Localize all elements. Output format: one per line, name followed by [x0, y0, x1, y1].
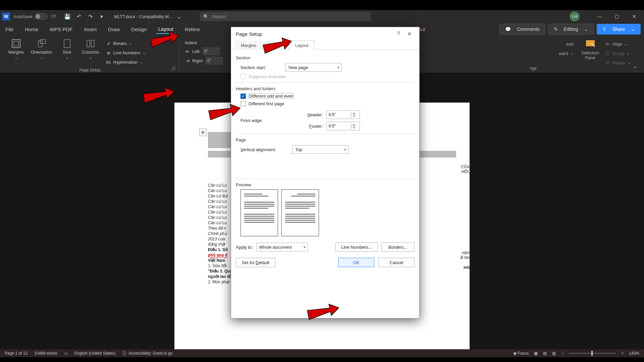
accessibility-icon: ⓘ	[122, 351, 126, 356]
tab-layout[interactable]: Layout	[156, 25, 175, 34]
header-label: Header:	[285, 112, 323, 117]
page-setup-launcher[interactable]: ↘	[170, 65, 175, 70]
editing-mode-button[interactable]: ✎ Editing ⌄	[548, 24, 594, 35]
document-title: MLTT.docx - Compatibility M...	[114, 14, 172, 19]
group-label: Group	[612, 51, 625, 56]
user-avatar[interactable]: LH	[570, 11, 580, 21]
chevron-down-icon: ⌄	[629, 25, 637, 33]
focus-mode[interactable]: ◉ Focus	[513, 351, 529, 356]
accessibility-status[interactable]: ⓘ Accessibility: Good to go	[122, 351, 173, 356]
tab-file[interactable]: File	[3, 25, 15, 34]
margins-button[interactable]: Margins⌄	[6, 38, 26, 66]
footer-input[interactable]	[327, 122, 351, 130]
tab-home[interactable]: Home	[23, 25, 40, 34]
zoom-in[interactable]: +	[621, 351, 624, 356]
dialog-tab-layout[interactable]: Layout	[289, 41, 315, 50]
different-odd-even-label: Different odd and even	[249, 93, 294, 99]
redo-icon[interactable]: ↷	[87, 13, 94, 20]
apply-to-label: Apply to:	[236, 245, 253, 250]
title-dropdown-icon[interactable]: ⌄	[175, 13, 182, 20]
selection-pane-icon	[584, 39, 596, 50]
share-button[interactable]: ⇪ Share ⌄	[597, 24, 641, 35]
chevron-down-icon: ⌄	[582, 25, 590, 33]
print-layout-icon[interactable]: ▤	[543, 351, 547, 356]
breaks-button[interactable]: ↲Breaks ⌄	[106, 39, 146, 48]
web-layout-icon[interactable]: ▥	[552, 351, 556, 356]
zoom-out[interactable]: −	[561, 351, 564, 356]
line-numbers-button[interactable]: Line Numbers...	[335, 242, 378, 252]
borders-button[interactable]: Borders...	[381, 242, 415, 252]
close-window-button[interactable]: ✕	[627, 10, 642, 22]
read-mode-icon[interactable]: ▦	[534, 351, 538, 356]
spin-up-icon[interactable]: ▲	[351, 123, 357, 126]
columns-button[interactable]: Columns⌄	[80, 38, 101, 66]
zoom-value[interactable]: 140%	[629, 351, 639, 356]
rotate-icon: ⟳	[605, 60, 610, 65]
svg-rect-6	[91, 40, 94, 47]
table-move-handle[interactable]: ✥	[199, 129, 207, 136]
header-input[interactable]	[327, 111, 351, 119]
bring-forward-partial[interactable]: end	[566, 40, 574, 48]
page-count[interactable]: Page 1 of 12	[5, 351, 28, 356]
undo-icon[interactable]: ↶	[75, 13, 83, 20]
indent-left-row: ⇤Left:	[185, 47, 222, 56]
spin-down-icon[interactable]: ▼	[351, 126, 357, 129]
checkbox-icon	[240, 74, 246, 79]
page-setup-dialog: Page Setup ? ✕ Margins P Layout Section …	[231, 27, 420, 318]
indent-left-input[interactable]	[203, 48, 219, 55]
size-label: Size	[63, 50, 71, 55]
align-button[interactable]: ⊫Align ⌄	[605, 40, 631, 48]
autosave-toggle[interactable]: AutoSave Off	[13, 13, 56, 19]
minimize-button[interactable]: —	[592, 10, 607, 22]
set-as-default-button[interactable]: Set As Default	[236, 258, 275, 267]
hyphenation-icon: bc	[106, 59, 111, 65]
tab-insert[interactable]: Insert	[82, 25, 99, 34]
word-count[interactable]: 10489 words	[34, 351, 57, 356]
tab-wps-pdf[interactable]: WPS PDF	[48, 25, 74, 34]
tab-references[interactable]: Refere	[183, 25, 202, 34]
spin-up-icon[interactable]: ▲	[351, 112, 357, 115]
hyphenation-button[interactable]: bcHyphenation ⌄	[106, 58, 146, 66]
save-icon[interactable]: 💾	[64, 13, 71, 20]
group-icon: ⿻	[605, 51, 610, 56]
apply-to-select[interactable]: Whole document ▾	[256, 243, 308, 251]
line-numbers-button[interactable]: ≣Line Numbers ⌄	[106, 48, 146, 57]
dialog-help-button[interactable]: ?	[393, 28, 404, 39]
search-box[interactable]: 🔍 Search	[200, 12, 371, 21]
dialog-tab-margins[interactable]: Margins	[234, 41, 263, 50]
focus-icon: ◉	[513, 351, 517, 356]
ok-button[interactable]: OK	[338, 258, 374, 267]
tab-design[interactable]: Design	[129, 25, 149, 34]
maximize-button[interactable]: ▢	[609, 10, 625, 22]
status-bar: Page 1 of 12 10489 words ▭ English (Unit…	[0, 349, 644, 357]
share-label: Share	[610, 25, 627, 33]
send-backward-partial[interactable]: ward ⌄	[559, 49, 574, 58]
preview-page-odd	[240, 189, 278, 236]
size-button[interactable]: Size⌄	[57, 38, 77, 66]
indent-right-input[interactable]	[206, 57, 222, 64]
columns-label: Columns	[82, 50, 99, 55]
different-odd-even-checkbox[interactable]: ✓ Different odd and even	[240, 93, 415, 99]
dialog-close-button[interactable]: ✕	[404, 28, 415, 39]
language[interactable]: English (United States)	[74, 351, 116, 356]
comments-button[interactable]: 💬 Comments	[499, 24, 545, 35]
zoom-slider[interactable]	[569, 353, 616, 354]
vertical-alignment-select[interactable]: Top ▾	[292, 145, 348, 154]
collapse-ribbon-icon[interactable]: ⌄	[633, 63, 637, 69]
dialog-tab-paper[interactable]: P	[263, 41, 289, 50]
orientation-button[interactable]: Orientation⌄	[30, 38, 54, 66]
spin-down-icon[interactable]: ▼	[351, 115, 357, 118]
toggle[interactable]	[35, 13, 48, 19]
page-heading: Page	[236, 137, 415, 142]
selection-pane-button[interactable]: Selection Pane	[578, 38, 602, 61]
footer-spin[interactable]: ▲▼	[326, 122, 360, 130]
section-start-select[interactable]: New page ▾	[285, 63, 342, 72]
autosave-state: Off	[50, 14, 56, 19]
qat-dropdown-icon[interactable]: ▾	[98, 13, 105, 20]
header-spin[interactable]: ▲▼	[326, 110, 360, 119]
spell-check-icon[interactable]: ▭	[64, 351, 68, 356]
cancel-button[interactable]: Cancel	[378, 258, 415, 267]
different-first-page-checkbox[interactable]: Different first page	[240, 101, 415, 106]
indent-left-label: Left:	[192, 49, 201, 54]
tab-draw[interactable]: Draw	[106, 25, 122, 34]
